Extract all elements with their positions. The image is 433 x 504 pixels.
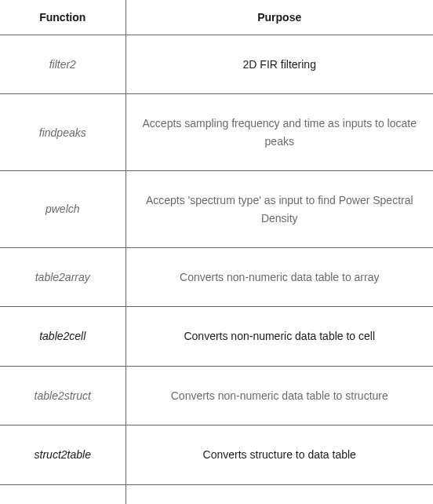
table-row: pwelch Accepts 'spectrum type' as input … <box>0 171 433 248</box>
function-cell: pwelch <box>0 171 126 248</box>
purpose-cell: Converts structure to data table <box>126 425 433 484</box>
table-row: cell2table Converts cell to table <box>0 484 433 504</box>
purpose-cell: Converts non-numeric data table to struc… <box>126 366 433 425</box>
header-row: Function Purpose <box>0 0 433 35</box>
function-cell: table2array <box>0 247 126 306</box>
purpose-cell: Converts non-numeric data table to array <box>126 247 433 306</box>
purpose-cell: Accepts sampling frequency and time as i… <box>126 94 433 171</box>
functions-table: Function Purpose filter2 2D FIR filterin… <box>0 0 433 504</box>
function-cell: findpeaks <box>0 94 126 171</box>
purpose-cell: Converts cell to table <box>126 484 433 504</box>
function-cell: filter2 <box>0 35 126 94</box>
function-cell: struct2table <box>0 425 126 484</box>
table-row: table2array Converts non-numeric data ta… <box>0 247 433 306</box>
function-cell: cell2table <box>0 484 126 504</box>
purpose-cell: Converts non-numeric data table to cell <box>126 307 433 366</box>
function-cell: table2struct <box>0 366 126 425</box>
purpose-cell: Accepts 'spectrum type' as input to find… <box>126 171 433 248</box>
purpose-cell: 2D FIR filtering <box>126 35 433 94</box>
table-row: filter2 2D FIR filtering <box>0 35 433 94</box>
header-function: Function <box>0 0 126 35</box>
table-row: table2struct Converts non-numeric data t… <box>0 366 433 425</box>
table-row: table2cell Converts non-numeric data tab… <box>0 307 433 366</box>
table-row: struct2table Converts structure to data … <box>0 425 433 484</box>
table-row: findpeaks Accepts sampling frequency and… <box>0 94 433 171</box>
function-cell: table2cell <box>0 307 126 366</box>
header-purpose: Purpose <box>126 0 433 35</box>
